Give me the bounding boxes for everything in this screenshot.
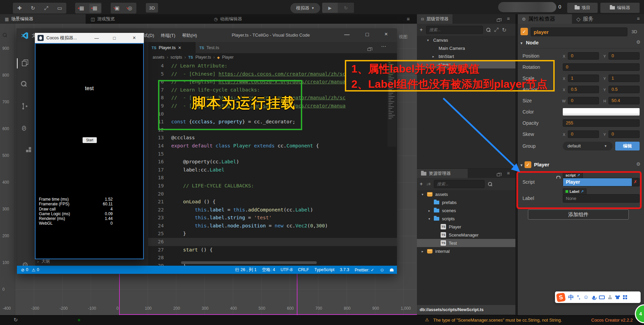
search-icon[interactable]: [21, 81, 29, 89]
expand-arrow-icon[interactable]: ▾: [427, 38, 430, 42]
split-editor-icon[interactable]: [368, 48, 371, 51]
ime-punctuation-icon[interactable]: °,: [577, 294, 580, 300]
status-item[interactable]: TypeScript: [314, 267, 334, 272]
asset-node-internal[interactable]: ▸internal: [417, 247, 515, 255]
panel-menu-icon[interactable]: ≡: [637, 16, 640, 21]
tab-test-ts[interactable]: TS Test.ts: [196, 42, 234, 53]
pivot-position-button[interactable]: ▦+: [76, 4, 88, 13]
menu-终端[interactable]: 终端(T): [157, 29, 179, 42]
add-asset-button[interactable]: +: [420, 181, 423, 187]
simulator-titlebar[interactable]: Cocos 模拟器... — □ ×: [35, 33, 144, 43]
sogou-logo-icon[interactable]: S: [556, 292, 565, 302]
float-panel-icon[interactable]: [497, 19, 500, 22]
asset-node-assets[interactable]: ▾assets: [417, 190, 515, 198]
collapse-arrow-icon[interactable]: ▸: [432, 55, 436, 58]
rotate-tool-button[interactable]: ↻: [27, 4, 39, 13]
compile-loop-icon[interactable]: ↻: [14, 317, 18, 323]
hierarchy-node-btnstart[interactable]: ▸btnStart: [417, 52, 515, 60]
asset-node-test[interactable]: TSTest: [417, 239, 515, 247]
breadcrumb-file[interactable]: Player.ts: [195, 55, 211, 60]
asset-node-prefabs[interactable]: prefabs: [417, 198, 515, 206]
collapse-arrow-icon[interactable]: ▸: [428, 209, 432, 212]
gear-icon[interactable]: ⚙: [636, 39, 641, 45]
zoom-in-icon[interactable]: [3, 33, 7, 37]
code-line[interactable]: 20: [148, 190, 397, 198]
add-node-button[interactable]: +: [420, 27, 423, 33]
preview-target-select[interactable]: 模拟器 ▼: [290, 3, 320, 13]
skin-icon[interactable]: [615, 296, 620, 299]
status-item[interactable]: Prettier: ✓: [355, 267, 374, 272]
node-active-checkbox[interactable]: ✓: [520, 28, 528, 35]
component-enabled-checkbox[interactable]: ✓: [525, 161, 531, 168]
panel-menu-icon[interactable]: ≡: [507, 170, 510, 176]
scale-x-field[interactable]: 1: [568, 75, 599, 82]
code-line[interactable]: 13@ccclass: [148, 134, 397, 142]
asset-node-player[interactable]: TSPlayer: [417, 223, 515, 231]
opacity-field[interactable]: 255: [563, 119, 640, 127]
minimize-button[interactable]: —: [339, 32, 355, 38]
search-icon[interactable]: [486, 28, 491, 32]
services-tab[interactable]: ◇ 服务: [572, 14, 603, 24]
hierarchy-node-canvas[interactable]: ▾Canvas: [417, 36, 515, 44]
expand-arrow-icon[interactable]: ▾: [422, 192, 425, 196]
start-button[interactable]: Start: [83, 137, 97, 143]
scale-y-field[interactable]: 1: [608, 75, 640, 82]
tab-animation-editor[interactable]: ◷ 动画编辑器: [209, 14, 332, 24]
warnings-icon[interactable]: ⚠: [31, 267, 35, 272]
sort-icon[interactable]: ↓≡: [426, 182, 430, 186]
collapse-arrow-icon[interactable]: ▼: [520, 163, 523, 167]
status-item[interactable]: 空格: 4: [262, 267, 275, 273]
open-editor-button[interactable]: 编辑器: [600, 3, 640, 13]
notifications-bell-icon[interactable]: [390, 268, 394, 271]
close-tab-icon[interactable]: ✕: [178, 45, 181, 50]
code-line[interactable]: 23 this.label.string = 'test': [148, 214, 397, 222]
position-y-field[interactable]: 0: [608, 52, 640, 60]
code-line[interactable]: 19 // LIFE-CYCLE CALLBACKS:: [148, 182, 397, 190]
size-h-field[interactable]: 50.4: [608, 97, 640, 104]
code-line[interactable]: 22 this.label = this.addComponent(cc.Lab…: [148, 206, 397, 214]
ime-language-icon[interactable]: 中: [568, 293, 574, 301]
breadcrumb-symbol[interactable]: Player: [222, 55, 234, 60]
color-swatch[interactable]: [563, 108, 640, 116]
code-line[interactable]: 21 onLoad () {: [148, 198, 397, 206]
asset-node-scenes[interactable]: ▸scenes: [417, 206, 515, 215]
microphone-icon[interactable]: [593, 296, 595, 299]
horizontal-scrollbar[interactable]: [181, 261, 317, 264]
assets-tab[interactable]: 资源管理器: [417, 169, 468, 178]
world-coordinate-button[interactable]: ◎↘: [124, 4, 136, 13]
status-item[interactable]: CRLF: [298, 267, 309, 272]
tab-scene-editor[interactable]: ▦ 场景编辑器: [0, 14, 86, 24]
code-line[interactable]: 16 @property(cc.Label): [148, 158, 397, 166]
code-line[interactable]: 26: [148, 238, 397, 246]
errors-icon[interactable]: ⊘: [21, 267, 24, 272]
expand-arrow-icon[interactable]: ▾: [428, 217, 432, 221]
hierarchy-search-input[interactable]: [426, 26, 483, 34]
warning-message[interactable]: The type of "SceneManager.scenes" must b…: [433, 318, 562, 323]
rect-tool-button[interactable]: ▭: [54, 4, 65, 13]
3d-mode-button[interactable]: 3D: [146, 3, 158, 13]
add-component-button[interactable]: 添加组件: [528, 209, 629, 220]
asset-node-scripts[interactable]: ▾scripts: [417, 215, 515, 223]
code-line[interactable]: 28: [148, 254, 397, 262]
maximize-button[interactable]: □: [359, 32, 375, 38]
anchor-x-field[interactable]: 0.5: [568, 86, 599, 93]
open-project-button[interactable]: 项目: [567, 3, 598, 13]
expand-all-icon[interactable]: ⤢: [494, 27, 498, 33]
refresh-icon[interactable]: ↻: [502, 27, 506, 33]
status-item[interactable]: 3.7.3: [340, 267, 349, 272]
toolbox-grid-icon[interactable]: [623, 295, 627, 300]
local-coordinate-button[interactable]: ▣↘: [111, 4, 123, 13]
group-dropdown[interactable]: default ▼: [563, 142, 613, 150]
code-line[interactable]: 25 }: [148, 230, 397, 238]
tab-game-preview[interactable]: ◫ 游戏预览: [86, 14, 208, 24]
code-line[interactable]: 14export default class Player extends cc…: [148, 142, 397, 150]
skew-y-field[interactable]: 0: [608, 130, 640, 138]
menu-帮助[interactable]: 帮助(H): [179, 29, 200, 42]
breadcrumb-scripts[interactable]: scripts: [171, 55, 182, 60]
keyboard-icon[interactable]: [599, 296, 605, 299]
status-item[interactable]: UTF-8: [281, 267, 292, 272]
code-line[interactable]: 17 label:cc.Label: [148, 166, 397, 174]
code-line[interactable]: 27 start () {: [148, 246, 397, 254]
inspector-tab[interactable]: ⚙ 属性检查器: [518, 14, 572, 24]
position-x-field[interactable]: 0: [568, 52, 599, 60]
